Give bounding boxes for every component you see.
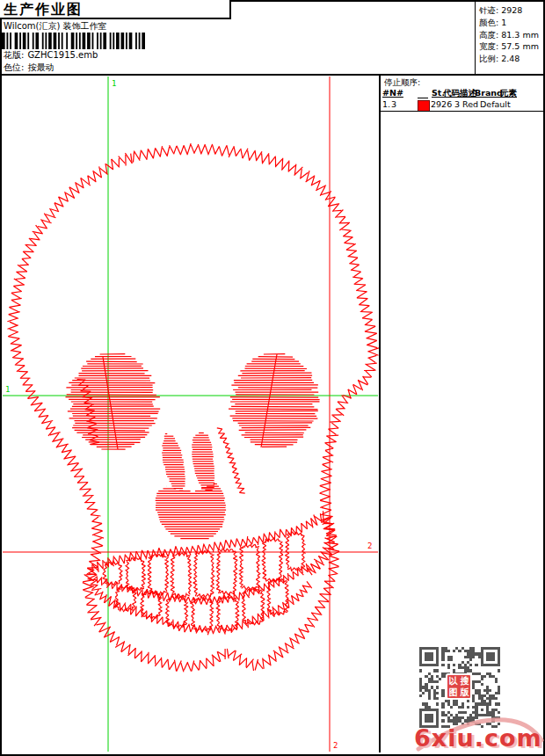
row-desc: Red [462,99,478,109]
stitch-count-row: 针迹: 2928 [479,4,545,17]
row-needle: 3 [391,99,396,109]
colorway-row: 色位:按最动 [4,62,54,74]
stamp-char: 以 [447,675,459,687]
svg-text:1: 1 [112,79,116,88]
colorway-value: 按最动 [27,62,54,72]
row-brand: Default [480,99,511,109]
row-st: 2926 [431,99,452,109]
design-info-box: 针迹: 2928 颜色: 1 高度: 81.3 mm 宽度: 57.5 mm 比… [475,2,545,76]
stamp-char: 版 [459,687,470,698]
col-header-brand: Brand [475,88,503,98]
col-header-needle: N# [389,88,403,98]
width-row: 宽度: 57.5 mm [479,40,545,53]
watermark-site: 6xiu.com [414,724,542,752]
studio-name: Wilcom(汇京) 装饰工作室 [4,20,107,33]
stamp-char: 图 [447,687,459,698]
svg-text:2: 2 [333,741,338,750]
col-header-num: # [382,88,389,98]
col-header-code: 代码 [443,88,460,99]
pattern-filename: GZHC1915.emb [27,50,98,60]
table-rule [381,111,543,112]
canvas-panel-divider [379,76,381,752]
colorway-label: 色位: [4,62,24,72]
pattern-label: 花版: [4,50,24,60]
production-worksheet-page: 生产作业图 Wilcom(汇京) 装饰工作室 花版:GZHC1915.emb 色… [0,0,545,756]
stamp-char: 搜 [459,675,470,687]
row-code: 3 [454,99,460,109]
height-row: 高度: 81.3 mm [479,29,545,41]
scale-row: 比例: 2.48 [479,53,545,65]
col-header-element: 元素 [500,88,517,99]
barcode [2,33,145,49]
pattern-row: 花版:GZHC1915.emb [4,49,98,62]
color-count-row: 颜色: 1 [479,17,545,29]
qr-center-stamp: 以 搜 图 版 [446,673,472,700]
svg-text:1: 1 [5,385,10,394]
page-title: 生产作业图 [0,0,231,19]
row-num: 1. [382,99,390,109]
embroidery-design-canvas: 1212 [2,76,379,752]
col-header-swatch [418,88,428,98]
svg-text:2: 2 [367,542,372,550]
